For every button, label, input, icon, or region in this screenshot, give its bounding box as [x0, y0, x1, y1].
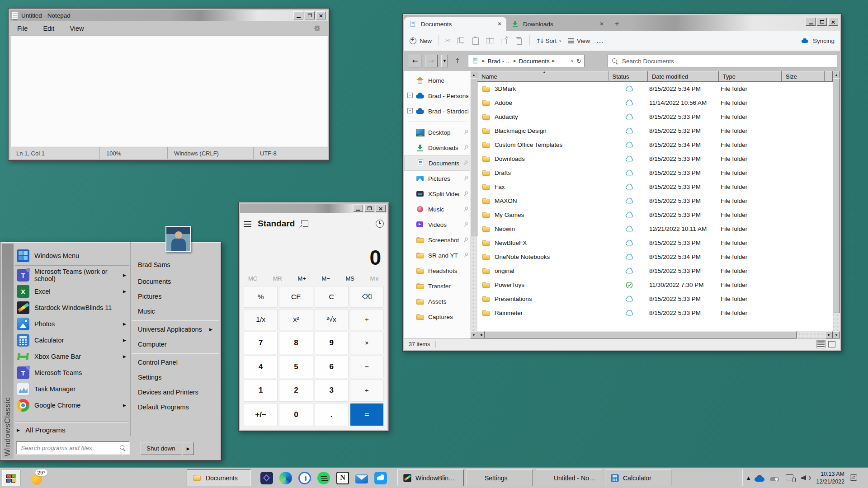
sync-cloud-icon[interactable] [770, 474, 781, 483]
calc-key[interactable]: . [315, 403, 349, 426]
start-menu-item[interactable]: Photos ▶ [14, 316, 130, 332]
minimize-button[interactable] [353, 205, 363, 212]
taskbar-button-documents[interactable]: Documents [187, 469, 251, 486]
memory-button[interactable]: MR [273, 275, 282, 282]
details-view-icon[interactable] [816, 340, 826, 348]
scroll-down-icon[interactable]: ▼ [833, 331, 840, 338]
sidebar-item[interactable]: + Desktop [404, 125, 470, 140]
calc-key[interactable]: C [315, 286, 349, 308]
table-row[interactable]: Downloads 8/15/2022 5:33 PM File folder [477, 152, 833, 166]
table-row[interactable]: Custom Office Templates 8/15/2022 5:34 P… [477, 138, 833, 152]
maximize-button[interactable] [364, 205, 374, 212]
list-scrollbar[interactable]: ▲ ▼ [833, 71, 840, 338]
calc-key[interactable]: 3 [315, 380, 349, 402]
sidebar-item[interactable]: + Brad - Stardock C [404, 103, 470, 119]
calc-key[interactable]: 0 [279, 403, 313, 426]
calculator-mode[interactable]: Standard [258, 219, 295, 229]
memory-button[interactable]: MC [248, 275, 257, 282]
keep-on-top-icon[interactable] [301, 221, 308, 227]
memory-button[interactable]: M− [322, 275, 330, 282]
onedrive-icon[interactable] [755, 474, 765, 483]
sidebar-item[interactable]: + Transfer [404, 278, 470, 294]
close-button[interactable]: × [316, 11, 326, 19]
hidden-icons-chevron[interactable]: ▲ [747, 475, 750, 480]
close-button[interactable]: × [828, 18, 838, 26]
calc-key[interactable]: 4 [244, 356, 278, 378]
address-dropdown-icon[interactable]: ∨ [571, 59, 574, 63]
table-row[interactable]: MAXON 8/15/2022 5:33 PM File folder [477, 194, 833, 208]
volume-icon[interactable] [801, 474, 811, 483]
copy-icon[interactable] [457, 37, 465, 45]
table-row[interactable]: My Games 8/15/2022 5:33 PM File folder [477, 208, 833, 222]
calc-key[interactable]: 6 [315, 356, 349, 378]
calc-key[interactable]: x² [279, 309, 313, 331]
share-icon[interactable] [500, 37, 509, 45]
do-not-disturb-icon[interactable] [849, 474, 860, 483]
scroll-up-icon[interactable]: ▲ [470, 71, 477, 78]
start-menu-right-item[interactable]: Devices and Printers ▶ [131, 385, 220, 399]
table-row[interactable]: Blackmagic Design 8/15/2022 5:32 PM File… [477, 124, 833, 138]
table-row[interactable]: Audacity 8/15/2022 5:33 PM File folder [477, 110, 833, 124]
start-menu-right-item[interactable]: Pictures ▶ [131, 289, 220, 304]
start-menu-item[interactable]: Google Chrome ▶ [14, 397, 130, 413]
tab-close-icon[interactable]: ✕ [599, 21, 604, 27]
calc-key[interactable]: 7 [244, 332, 278, 354]
display-cast-icon[interactable] [785, 474, 796, 483]
sidebar-item[interactable]: + Home [404, 73, 470, 88]
column-header[interactable]: Type [719, 71, 782, 82]
taskbar-app-icon[interactable] [260, 472, 273, 484]
calc-key[interactable]: − [350, 356, 384, 378]
start-menu-item[interactable]: Microsoft Teams (work or school) ▶ [14, 267, 130, 283]
calc-key[interactable]: + [350, 380, 384, 402]
start-search-box[interactable] [16, 441, 130, 455]
history-icon[interactable] [376, 220, 384, 228]
calc-key[interactable]: 1 [244, 380, 278, 402]
maximize-button[interactable] [305, 11, 315, 19]
search-box[interactable] [608, 55, 837, 67]
start-menu-right-item[interactable]: Universal Applications ▶ [131, 322, 220, 337]
paste-icon[interactable] [472, 37, 480, 45]
calc-key[interactable]: 8 [279, 332, 313, 354]
horizontal-scrollbar[interactable]: ◀ ▶ [477, 331, 833, 338]
menu-file[interactable]: File [17, 25, 28, 32]
sidebar-item[interactable]: + Headshots [404, 263, 470, 278]
table-row[interactable]: Fax 8/15/2022 5:33 PM File folder [477, 180, 833, 194]
sidebar-item[interactable]: + Assets [404, 294, 470, 309]
calc-key[interactable]: 9 [315, 332, 349, 354]
settings-gear-icon[interactable] [314, 25, 321, 32]
new-tab-button[interactable]: + [615, 20, 619, 28]
expander-icon[interactable]: + [407, 93, 413, 98]
memory-button[interactable]: M∨ [370, 275, 379, 282]
table-row[interactable]: Rainmeter 8/15/2022 5:33 PM File folder [477, 306, 833, 320]
notepad-titlebar[interactable]: Untitled - Notepad × [10, 10, 328, 21]
sidebar-item[interactable]: + SR and YT [404, 248, 470, 263]
table-row[interactable]: Neowin 12/21/2022 10:11 AM File folder [477, 222, 833, 236]
notepad-text-area[interactable] [10, 36, 328, 147]
start-menu-item[interactable]: Task Manager ▶ [14, 381, 130, 397]
calc-key[interactable]: 2 [279, 380, 313, 402]
sidebar-item[interactable]: + Brad - Personal [404, 88, 470, 103]
start-search-input[interactable] [20, 444, 117, 452]
column-header[interactable]: Status [609, 71, 648, 82]
sidebar-scrollbar[interactable]: ▲ ▼ [470, 71, 477, 338]
taskbar-app-icon[interactable] [355, 474, 368, 483]
table-row[interactable]: Adobe 11/14/2022 10:56 AM File folder [477, 96, 833, 110]
sidebar-item[interactable]: + Pictures [404, 171, 470, 186]
taskbar-window-button[interactable]: WindowBlinds 11 ... [397, 469, 464, 486]
menu-view[interactable]: View [70, 25, 84, 32]
sidebar-item[interactable]: + Captures [404, 309, 470, 324]
forward-button[interactable]: → [425, 55, 438, 67]
up-button[interactable]: ↑ [452, 55, 463, 67]
refresh-icon[interactable]: ↻ [576, 58, 581, 65]
sidebar-item[interactable]: + Screenshots [404, 232, 470, 248]
shutdown-button[interactable]: Shut down [141, 442, 181, 455]
scroll-right-icon[interactable]: ▶ [826, 331, 833, 338]
start-menu-item[interactable]: Microsoft Teams ▶ [14, 365, 130, 381]
expander-icon[interactable]: + [407, 108, 413, 113]
syncing-status[interactable]: Syncing [801, 37, 835, 45]
start-menu-right-item[interactable]: Computer ▶ [131, 337, 220, 352]
history-dropdown-button[interactable]: ▼ [441, 55, 448, 67]
start-menu-right-item[interactable]: Settings ▶ [131, 370, 220, 385]
calc-key[interactable]: CE [279, 286, 313, 308]
calc-key[interactable]: +/− [244, 403, 278, 426]
